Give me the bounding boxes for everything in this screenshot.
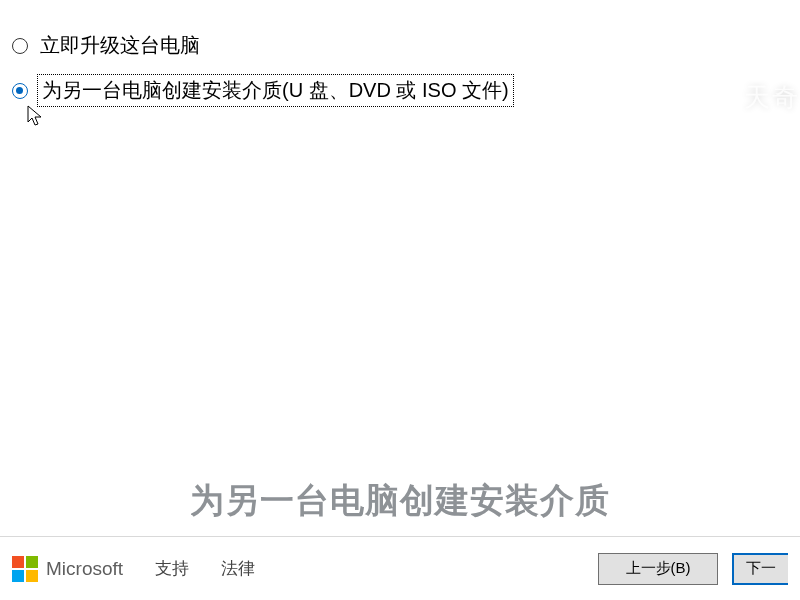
next-button[interactable]: 下一 [732, 553, 788, 585]
option-label: 立即升级这台电脑 [40, 32, 200, 59]
radio-icon [12, 38, 28, 54]
watermark-text: 天奇 [744, 80, 800, 115]
cursor-icon [27, 105, 45, 129]
microsoft-logo-text: Microsoft [46, 558, 123, 580]
subtitle-caption: 为另一台电脑创建安装介质 [190, 478, 610, 524]
back-button[interactable]: 上一步(B) [598, 553, 718, 585]
radio-icon [12, 83, 28, 99]
support-link[interactable]: 支持 [155, 557, 189, 580]
microsoft-logo-icon [12, 556, 38, 582]
option-label: 为另一台电脑创建安装介质(U 盘、DVD 或 ISO 文件) [40, 77, 511, 104]
option-upgrade-this-pc[interactable]: 立即升级这台电脑 [12, 32, 800, 59]
option-create-media[interactable]: 为另一台电脑创建安装介质(U 盘、DVD 或 ISO 文件) [12, 77, 800, 104]
footer-bar: Microsoft 支持 法律 上一步(B) 下一 [0, 536, 800, 600]
legal-link[interactable]: 法律 [221, 557, 255, 580]
radio-option-group: 立即升级这台电脑 为另一台电脑创建安装介质(U 盘、DVD 或 ISO 文件) [0, 0, 800, 104]
microsoft-logo: Microsoft [12, 556, 123, 582]
